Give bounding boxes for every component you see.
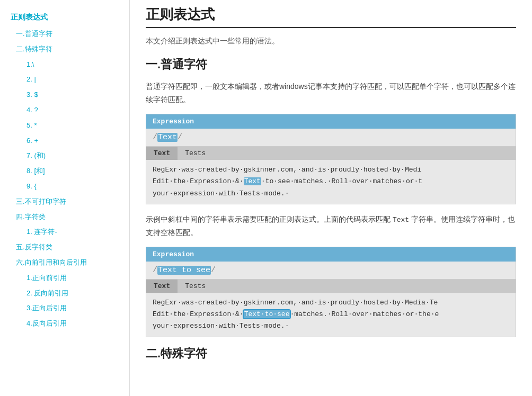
sidebar-item-8[interactable]: 6. + [0,133,129,149]
expression-content-2: /Text to see/ [146,262,516,280]
expression-label-2: Expression [153,250,194,258]
regexr-textarea-1[interactable]: RegExr·was·created·by·gskinner.com,·and·… [146,160,516,203]
line1-1: RegExr·was·created·by·gskinner.com,·and·… [153,166,421,174]
expression-match-1: Text [157,133,178,142]
highlight-text-1: Text [244,177,261,185]
regexr-tabs-1: Text Tests [146,147,516,160]
page-title: 正则表达式 [146,5,516,28]
sidebar-item-15[interactable]: 五.反字符类 [0,240,129,255]
sidebar-item-3[interactable]: 1.\ [0,57,129,73]
sidebar-item-7[interactable]: 5. * [0,118,129,133]
expression-match-2: Text to see [157,266,211,275]
line2-2: Edit·the·Expression·&·Text·to·see·matche… [153,310,439,318]
slash-close-1: / [178,133,182,142]
tab-tests-2[interactable]: Tests [178,280,213,293]
sidebar-item-9[interactable]: 7. (和) [0,148,129,164]
sidebar-item-1[interactable]: 一.普通字符 [0,26,129,42]
sidebar-item-13[interactable]: 四.字符类 [0,210,129,225]
section1-note: 示例中斜杠中间的字符串表示需要匹配的正则表达式。上面的代码表示匹配 Text 字… [146,213,516,240]
sidebar-item-16[interactable]: 六.向前引用和向后引用 [0,255,129,271]
regexr-tabs-2: Text Tests [146,280,516,293]
sidebar-item-17[interactable]: 1.正向前引用 [0,271,129,286]
tab-text-2[interactable]: Text [146,280,178,293]
expression-bar-1: Expression [146,114,516,129]
main-content: 正则表达式 本文介绍正则表达式中一些常用的语法。 一.普通字符 普通字符匹配即，… [130,0,532,396]
sidebar: 正则表达式 一.普通字符 二.特殊字符 1.\ 2. | 3. $ 4. ? 5… [0,0,130,396]
tab-tests-1[interactable]: Tests [178,147,213,160]
line3-2: your·expression·with·Tests·mode.· [153,322,289,330]
section1-title: 一.普通字符 [146,57,516,73]
note-text: 示例中斜杠中间的字符串表示需要匹配的正则表达式。上面的代码表示匹配 [146,215,391,223]
sidebar-title[interactable]: 正则表达式 [0,11,129,26]
intro-text: 本文介绍正则表达式中一些常用的语法。 [146,37,516,46]
section1-desc: 普通字符匹配即，一般文本编辑器，或者windows记事本支持的字符匹配，可以匹配… [146,80,516,106]
sidebar-item-14[interactable]: 1. 连字符- [0,224,129,240]
sidebar-item-10[interactable]: 8. [和] [0,164,129,179]
slash-open-2: / [153,266,157,275]
line2-1: Edit·the·Expression·&·Text·to·see·matche… [153,177,422,185]
expression-label-1: Expression [153,118,194,125]
sidebar-item-5[interactable]: 3. $ [0,87,129,103]
slash-close-2: / [211,266,216,275]
expression-content-1: /Text/ [146,129,516,147]
regexr-box-1: Expression /Text/ Text Tests RegExr·was·… [146,114,516,204]
section2-title: 二.特殊字符 [146,346,516,362]
expression-bar-2: Expression [146,247,516,262]
sidebar-item-20[interactable]: 4.反向后引用 [0,316,129,331]
slash-open-1: / [153,133,157,142]
sidebar-item-2[interactable]: 二.特殊字符 [0,42,129,57]
regexr-textarea-2[interactable]: RegExr·was·created·by·gskinner.com,·and·… [146,293,516,336]
sidebar-item-18[interactable]: 2. 反向前引用 [0,286,129,301]
note-code: Text [393,216,409,224]
line1-2: RegExr·was·created·by·gskinner.com,·and·… [153,299,438,307]
line3-1: your·expression·with·Tests·mode.· [153,190,289,197]
sidebar-item-6[interactable]: 4. ? [0,103,129,118]
sidebar-item-19[interactable]: 3.正向后引用 [0,301,129,316]
tab-text-1[interactable]: Text [146,147,178,160]
sidebar-item-12[interactable]: 三.不可打印字符 [0,194,129,210]
regexr-box-2: Expression /Text to see/ Text Tests RegE… [146,247,516,337]
sidebar-item-11[interactable]: 9. { [0,179,129,194]
highlight-text-2: Text·to·see [244,310,290,318]
sidebar-item-4[interactable]: 2. | [0,72,129,87]
